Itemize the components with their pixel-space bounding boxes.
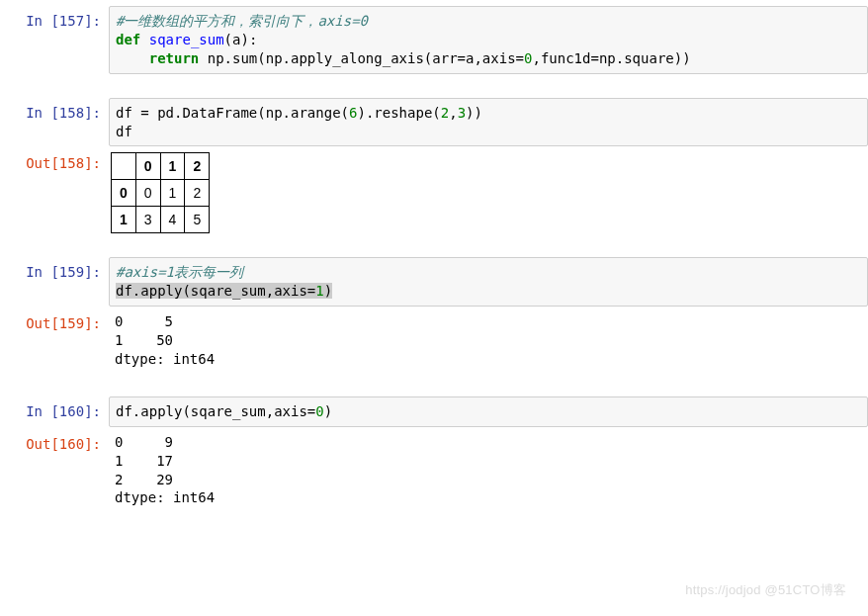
code-block[interactable]: df.apply(sqare_sum,axis=0) — [109, 396, 868, 427]
num-literal: 3 — [458, 105, 466, 121]
output-cell: Out[158]: 0 1 2 0 0 1 2 1 3 4 5 — [0, 148, 868, 233]
input-prompt: In [157]: — [0, 6, 109, 74]
num-literal: 0 — [315, 403, 323, 419]
table-header-row: 0 1 2 — [112, 153, 210, 180]
code-text: ,func1d=np.square)) — [532, 50, 690, 66]
col-header: 2 — [185, 153, 210, 180]
code-text — [140, 32, 148, 47]
num-literal: 2 — [441, 105, 449, 121]
output-prompt: Out[160]: — [0, 429, 109, 512]
table-row: 0 0 1 2 — [112, 180, 210, 207]
row-index: 0 — [112, 180, 136, 207]
code-cell: In [159]: #axis=1表示每一列 df.apply(sqare_su… — [0, 257, 868, 307]
code-block[interactable]: #一维数组的平方和，索引向下，axis=0 def sqare_sum(a): … — [109, 6, 868, 74]
highlighted-code: df.apply(sqare_sum,axis=1) — [116, 283, 332, 299]
code-text: (a): — [224, 32, 258, 47]
table-corner — [112, 153, 136, 180]
cell-content: #一维数组的平方和，索引向下，axis=0 def sqare_sum(a): … — [109, 6, 868, 74]
code-cell: In [158]: df = pd.DataFrame(np.arange(6)… — [0, 98, 868, 147]
output-prompt: Out[158]: — [0, 148, 109, 233]
code-text: np.sum(np.apply_along_axis(arr=a,axis= — [199, 50, 524, 66]
code-indent — [116, 50, 149, 66]
code-text: df.apply(sqare_sum,axis= — [116, 403, 315, 419]
table-cell: 0 — [135, 180, 160, 207]
output-cell: Out[159]: 0 5 1 50 dtype: int64 — [0, 308, 868, 373]
num-literal: 1 — [315, 283, 323, 299]
table-row: 1 3 4 5 — [112, 207, 210, 233]
code-text: df = pd.DataFrame(np.arange( — [116, 105, 349, 121]
code-block[interactable]: df = pd.DataFrame(np.arange(6).reshape(2… — [109, 98, 868, 147]
code-text: ).reshape( — [357, 105, 440, 121]
dataframe-table: 0 1 2 0 0 1 2 1 3 4 5 — [111, 152, 210, 233]
code-comment: #一维数组的平方和，索引向下，axis=0 — [116, 13, 368, 29]
keyword-def: def — [116, 32, 140, 47]
output-prompt: Out[159]: — [0, 308, 109, 373]
col-header: 1 — [160, 153, 185, 180]
input-prompt: In [160]: — [0, 396, 109, 427]
col-header: 0 — [135, 153, 160, 180]
code-comment: #axis=1表示每一列 — [116, 264, 243, 280]
table-cell: 2 — [185, 180, 210, 207]
output-cell: Out[160]: 0 9 1 17 2 29 dtype: int64 — [0, 429, 868, 512]
output-text: 0 5 1 50 dtype: int64 — [109, 308, 868, 373]
func-name: sqare_sum — [149, 32, 224, 47]
cell-content: #axis=1表示每一列 df.apply(sqare_sum,axis=1) — [109, 257, 868, 307]
input-prompt: In [158]: — [0, 98, 109, 147]
code-block[interactable]: #axis=1表示每一列 df.apply(sqare_sum,axis=1) — [109, 257, 868, 307]
code-text: , — [449, 105, 457, 121]
cell-content: df = pd.DataFrame(np.arange(6).reshape(2… — [109, 98, 868, 147]
keyword-return: return — [149, 50, 200, 66]
input-prompt: In [159]: — [0, 257, 109, 307]
code-text: ) — [324, 283, 332, 299]
output-text: 0 9 1 17 2 29 dtype: int64 — [109, 429, 868, 512]
output-content: 0 1 2 0 0 1 2 1 3 4 5 — [109, 148, 868, 233]
output-content: 0 9 1 17 2 29 dtype: int64 — [109, 429, 868, 512]
table-cell: 1 — [160, 180, 185, 207]
code-text: df.apply(sqare_sum,axis= — [116, 283, 315, 299]
cell-content: df.apply(sqare_sum,axis=0) — [109, 396, 868, 427]
table-cell: 3 — [135, 207, 160, 233]
table-cell: 5 — [185, 207, 210, 233]
code-text: ) — [324, 403, 332, 419]
code-cell: In [160]: df.apply(sqare_sum,axis=0) — [0, 396, 868, 427]
code-cell: In [157]: #一维数组的平方和，索引向下，axis=0 def sqar… — [0, 6, 868, 74]
output-content: 0 5 1 50 dtype: int64 — [109, 308, 868, 373]
row-index: 1 — [112, 207, 136, 233]
table-cell: 4 — [160, 207, 185, 233]
